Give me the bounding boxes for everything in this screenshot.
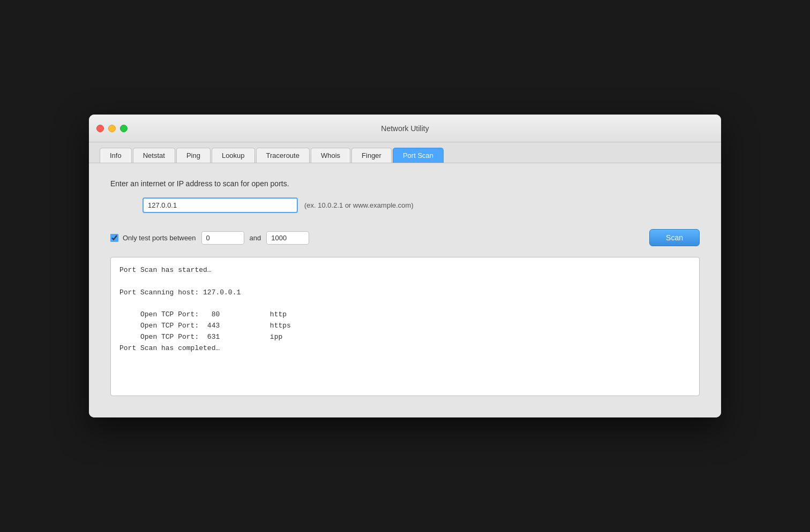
port-range-checkbox[interactable]: [110, 234, 118, 242]
minimize-button[interactable]: [108, 125, 116, 132]
address-hint: (ex. 10.0.2.1 or www.example.com): [304, 201, 414, 209]
window-title: Network Utility: [381, 124, 429, 133]
tab-whois[interactable]: Whois: [311, 148, 350, 163]
output-area: Port Scan has started… Port Scanning hos…: [110, 257, 700, 396]
tab-netstat[interactable]: Netstat: [133, 148, 175, 163]
tab-traceroute[interactable]: Traceroute: [256, 148, 310, 163]
address-row: (ex. 10.0.2.1 or www.example.com): [110, 197, 700, 213]
title-bar: Network Utility: [89, 115, 721, 142]
content-area: Enter an internet or IP address to scan …: [89, 163, 721, 417]
address-input[interactable]: [142, 197, 298, 213]
and-label: and: [250, 234, 261, 242]
port-to-input[interactable]: [266, 231, 309, 245]
tab-lookup[interactable]: Lookup: [212, 148, 255, 163]
checkbox-label: Only test ports between: [123, 234, 196, 242]
maximize-button[interactable]: [120, 125, 128, 132]
scan-button[interactable]: Scan: [649, 229, 700, 246]
port-from-input[interactable]: [201, 231, 244, 245]
options-row: Only test ports between and Scan: [110, 229, 700, 246]
tab-info[interactable]: Info: [100, 148, 132, 163]
checkbox-wrapper: Only test ports between: [110, 234, 196, 242]
close-button[interactable]: [96, 125, 104, 132]
main-window: Network Utility Info Netstat Ping Lookup…: [89, 115, 721, 417]
tab-port-scan[interactable]: Port Scan: [393, 148, 444, 163]
traffic-lights: [96, 125, 128, 132]
tab-ping[interactable]: Ping: [176, 148, 211, 163]
tab-finger[interactable]: Finger: [351, 148, 392, 163]
description-text: Enter an internet or IP address to scan …: [110, 179, 700, 188]
tabs-bar: Info Netstat Ping Lookup Traceroute Whoi…: [89, 142, 721, 163]
